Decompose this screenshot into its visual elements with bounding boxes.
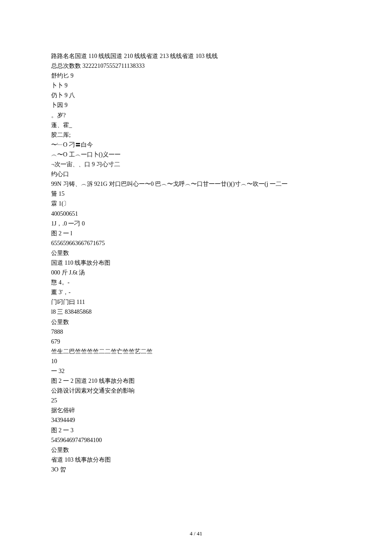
text-line: 〜﹂O 刁〓白今 <box>51 140 341 150</box>
text-line: 1J，.0 一刁 0 <box>51 219 341 228</box>
text-line: 据乞俗碎 <box>51 405 341 415</box>
text-line: 卜卜 9 <box>51 81 341 90</box>
text-line: 舒约匕 9 <box>51 71 341 81</box>
text-line: 10 <box>51 356 341 366</box>
page-number: 4 / 41 <box>0 529 392 538</box>
text-line: 公里数 <box>51 248 341 258</box>
text-line: 路路名名国道 110 线线国道 210 线线省道 213 线线省道 103 线线 <box>51 51 341 61</box>
text-line: 公里数 <box>51 445 341 455</box>
text-line: 公路设计因素对交通安全的影响 <box>51 386 341 396</box>
text-line: 7888 <box>51 327 341 337</box>
document-content: 路路名名国道 110 线线国道 210 线线省道 213 线线省道 103 线线… <box>51 51 341 474</box>
text-line: ︵〜O 工︵一口卜()义一一 <box>51 150 341 159</box>
text-line: 薰 3'，- <box>51 287 341 297</box>
text-line: 胶二厍; <box>51 130 341 140</box>
text-line: 679 <box>51 337 341 347</box>
text-line: 000 斤 J.6t 汤 <box>51 268 341 278</box>
text-line: 54596469747984100 <box>51 435 341 445</box>
text-line: 霖 1(〕 <box>51 199 341 208</box>
text-line: 3O 曶 <box>51 465 341 474</box>
text-line: ¬次一宙、、口 9 习心寸二 <box>51 159 341 169</box>
text-line: 聳 15 <box>51 189 341 199</box>
text-line: 竺生二巴竺竺竺竺二二竺亡竺竺艺二竺 <box>51 347 341 356</box>
text-line: l8 三 838485868 <box>51 307 341 317</box>
text-line: 655659663667671675 <box>51 238 341 248</box>
document-page: 路路名名国道 110 线线国道 210 线线省道 213 线线省道 103 线线… <box>0 0 392 555</box>
text-line: 省道 103 线事故分布图 <box>51 455 341 465</box>
text-line: 戁 4。- <box>51 278 341 287</box>
text-line: 一 32 <box>51 366 341 376</box>
text-line: 蓬、霍_ <box>51 120 341 130</box>
text-line: 门叼门曰 111 <box>51 297 341 307</box>
text-line: 图 2 一 2 国道 210 线事故分布图 <box>51 376 341 386</box>
text-line: 99N 习铸、︵泝 921G 对口巴叫心一〜0 巴︵〜戈呼︵〜口甘一一廿()()… <box>51 179 341 189</box>
text-line: 25 <box>51 396 341 405</box>
text-line: 图 2 一 l <box>51 228 341 238</box>
text-line: 34394449 <box>51 415 341 425</box>
text-line: 国道 110 线事故分布图 <box>51 258 341 268</box>
text-line: 卜因 9 <box>51 100 341 110</box>
text-line: 图 2 一 3 <box>51 425 341 435</box>
text-line: 仍卜 9 八 <box>51 90 341 100</box>
text-line: 400500651 <box>51 209 341 219</box>
text-line: 公里数 <box>51 317 341 327</box>
text-line: 约心口 <box>51 169 341 179</box>
text-line: 总总次数数 322221075552711138333 <box>51 61 341 71</box>
text-line: 。岁? <box>51 110 341 120</box>
